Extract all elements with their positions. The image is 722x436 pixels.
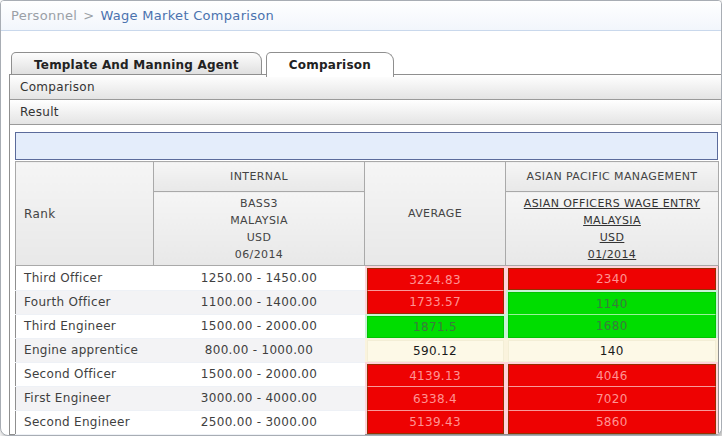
- apm-value-cell: 7020: [506, 386, 719, 410]
- apm-wage-entry-subheader: ASIAN OFFICERS WAGE ENTRY MALAYSIA USD 0…: [506, 192, 719, 266]
- apm-value-cell: 1680: [506, 314, 719, 338]
- wage-range-cell: 2500.00 - 3000.00: [154, 410, 365, 435]
- table-row: Third Officer 1250.00 - 1450.00 3224.83 …: [16, 266, 719, 291]
- rank-cell: Third Engineer: [16, 314, 154, 338]
- apm-value: 1140: [508, 292, 717, 314]
- average-value: 3224.83: [367, 268, 504, 290]
- apm-value: 140: [508, 340, 717, 362]
- app-window: Personnel > Wage Market Comparison Templ…: [0, 0, 722, 436]
- average-value-cell: 4139.13: [365, 362, 506, 386]
- grid-toolbar: [15, 132, 718, 160]
- rank-cell: Fourth Officer: [16, 290, 154, 314]
- apm-value: 4046: [508, 364, 717, 386]
- apm-currency-link[interactable]: USD: [600, 229, 625, 246]
- rank-cell: Second Officer: [16, 362, 154, 386]
- average-value: 4139.13: [367, 364, 504, 386]
- section-header-result[interactable]: Result: [10, 100, 721, 125]
- section-header-comparison[interactable]: Comparison: [10, 75, 721, 100]
- average-value-cell: 590.12: [365, 338, 506, 362]
- apm-value: 1680: [508, 314, 717, 338]
- apm-country-link[interactable]: MALAYSIA: [583, 212, 641, 229]
- apm-value: 7020: [508, 386, 717, 410]
- wage-range-cell: 1500.00 - 2000.00: [154, 314, 365, 338]
- column-header-rank: Rank: [16, 162, 154, 266]
- average-value-cell: 5139.43: [365, 410, 506, 435]
- apm-value-cell: 2340: [506, 266, 719, 291]
- internal-template-date: 06/2014: [155, 246, 363, 263]
- average-value: 590.12: [367, 340, 504, 362]
- result-body: Rank INTERNAL AVERAGE ASIAN PACIFIC MANA…: [10, 125, 721, 435]
- apm-date-link[interactable]: 01/2014: [588, 246, 637, 263]
- rank-cell: First Engineer: [16, 386, 154, 410]
- average-value: 5139.43: [367, 410, 504, 434]
- apm-value: 2340: [508, 268, 717, 290]
- average-value: 1733.57: [367, 290, 504, 314]
- wage-range-cell: 800.00 - 1000.00: [154, 338, 365, 362]
- table-row: Third Engineer 1500.00 - 2000.00 1871.5 …: [16, 314, 719, 338]
- apm-value: 5860: [508, 410, 717, 434]
- wage-range-cell: 3000.00 - 4000.00: [154, 386, 365, 410]
- apm-value-cell: 4046: [506, 362, 719, 386]
- average-value: 6338.4: [367, 386, 504, 410]
- wage-range-cell: 1100.00 - 1400.00: [154, 290, 365, 314]
- breadcrumb: Personnel > Wage Market Comparison: [1, 1, 721, 31]
- content-panel: Comparison Result Rank INTERNAL AVERAGE …: [9, 74, 721, 435]
- table-row: First Engineer 3000.00 - 4000.00 6338.4 …: [16, 386, 719, 410]
- internal-template-currency: USD: [155, 229, 363, 246]
- wage-comparison-table: Rank INTERNAL AVERAGE ASIAN PACIFIC MANA…: [15, 161, 719, 435]
- table-row: Fourth Officer 1100.00 - 1400.00 1733.57…: [16, 290, 719, 314]
- rank-cell: Engine apprentice: [16, 338, 154, 362]
- breadcrumb-separator: >: [83, 8, 94, 23]
- rank-cell: Third Officer: [16, 266, 154, 291]
- internal-template-name: BASS3: [155, 195, 363, 212]
- wage-range-cell: 1250.00 - 1450.00: [154, 266, 365, 291]
- table-row: Second Engineer 2500.00 - 3000.00 5139.4…: [16, 410, 719, 435]
- column-header-average: AVERAGE: [365, 162, 506, 266]
- apm-value-cell: 140: [506, 338, 719, 362]
- apm-wage-entry-link[interactable]: ASIAN OFFICERS WAGE ENTRY: [524, 195, 700, 212]
- table-body: Third Officer 1250.00 - 1450.00 3224.83 …: [16, 266, 719, 435]
- wage-range-cell: 1500.00 - 2000.00: [154, 362, 365, 386]
- average-value-cell: 1871.5: [365, 314, 506, 338]
- tab-comparison[interactable]: Comparison: [266, 52, 394, 77]
- rank-cell: Second Engineer: [16, 410, 154, 435]
- average-value: 1871.5: [367, 316, 504, 338]
- internal-template-subheader: BASS3 MALAYSIA USD 06/2014: [154, 192, 365, 266]
- table-row: Second Officer 1500.00 - 2000.00 4139.13…: [16, 362, 719, 386]
- column-group-internal: INTERNAL: [154, 162, 365, 192]
- breadcrumb-page-title: Wage Market Comparison: [100, 8, 274, 23]
- breadcrumb-section[interactable]: Personnel: [11, 8, 77, 23]
- column-group-asian-pacific-management: ASIAN PACIFIC MANAGEMENT: [506, 162, 719, 192]
- internal-template-country: MALAYSIA: [155, 212, 363, 229]
- average-value-cell: 1733.57: [365, 290, 506, 314]
- apm-value-cell: 5860: [506, 410, 719, 435]
- average-value-cell: 6338.4: [365, 386, 506, 410]
- average-value-cell: 3224.83: [365, 266, 506, 291]
- table-row: Engine apprentice 800.00 - 1000.00 590.1…: [16, 338, 719, 362]
- apm-value-cell: 1140: [506, 290, 719, 314]
